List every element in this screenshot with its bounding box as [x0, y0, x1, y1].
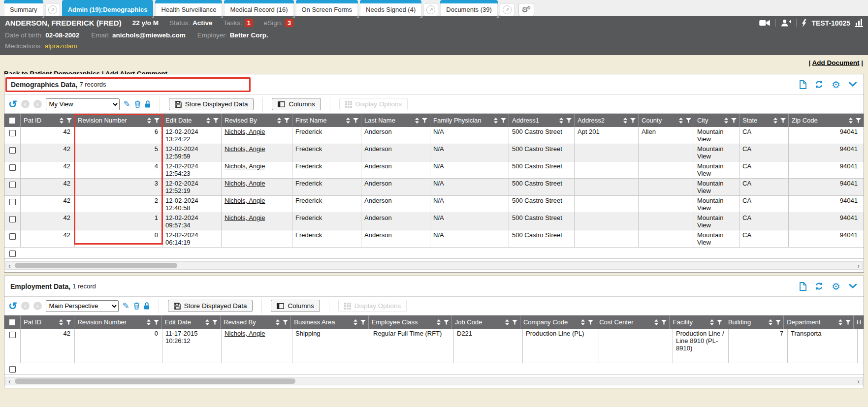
revised-by-link[interactable]: Nichols, Angie: [225, 330, 265, 337]
scroll-left-arrow[interactable]: ‹: [6, 378, 13, 385]
sort-icon[interactable]: [838, 319, 842, 325]
scroll-right-arrow[interactable]: ›: [855, 378, 862, 385]
lock-view-icon[interactable]: [144, 302, 150, 310]
filter-funnel-icon[interactable]: [353, 118, 358, 123]
filter-funnel-icon[interactable]: [856, 118, 861, 123]
row-checkbox[interactable]: [9, 199, 16, 205]
sort-icon[interactable]: [346, 118, 350, 124]
video-camera-icon[interactable]: [759, 19, 771, 27]
filter-funnel-icon[interactable]: [501, 118, 506, 123]
filter-funnel-icon[interactable]: [686, 118, 691, 123]
add-document-link[interactable]: Add Document: [812, 59, 859, 66]
sort-icon[interactable]: [710, 319, 714, 325]
filter-funnel-icon[interactable]: [66, 320, 71, 325]
documents-popout-button[interactable]: ↗: [500, 3, 514, 16]
filter-funnel-icon[interactable]: [661, 320, 667, 325]
next-view-button[interactable]: ›: [33, 100, 42, 108]
row-checkbox[interactable]: [9, 332, 16, 338]
sort-icon[interactable]: [59, 319, 63, 325]
column-header-zip-code[interactable]: Zip Code: [788, 114, 864, 127]
edit-view-pencil-icon[interactable]: ✎: [123, 301, 129, 311]
filter-funnel-icon[interactable]: [780, 118, 786, 123]
sort-icon[interactable]: [415, 118, 419, 124]
row-checkbox[interactable]: [9, 147, 16, 154]
column-header-county[interactable]: County: [638, 114, 694, 127]
tab-admin-demographics[interactable]: Admin (19):Demographics: [62, 0, 154, 16]
revised-by-link[interactable]: Nichols, Angie: [225, 162, 265, 170]
tab-summary[interactable]: Summary: [4, 0, 43, 16]
view-selector[interactable]: My View: [46, 98, 120, 110]
filter-funnel-icon[interactable]: [630, 118, 636, 123]
row-checkbox[interactable]: [9, 366, 16, 373]
scrollbar-thumb[interactable]: [15, 378, 295, 384]
sort-icon[interactable]: [654, 319, 658, 325]
scroll-right-arrow[interactable]: ›: [855, 262, 862, 269]
column-header-family-physician[interactable]: Family Physician: [430, 114, 509, 127]
filter-funnel-icon[interactable]: [284, 118, 289, 123]
columns-button[interactable]: Columns: [271, 300, 320, 312]
column-header-first-name[interactable]: First Name: [292, 114, 361, 127]
edit-view-pencil-icon[interactable]: ✎: [124, 99, 130, 109]
new-document-icon[interactable]: [800, 282, 806, 291]
tab-on-screen-forms[interactable]: On Screen Forms: [296, 0, 358, 16]
row-checkbox[interactable]: [9, 182, 16, 188]
refresh-icon[interactable]: [815, 80, 823, 89]
filter-funnel-icon[interactable]: [422, 118, 427, 123]
sort-icon[interactable]: [147, 319, 151, 325]
chevron-down-icon[interactable]: [849, 284, 857, 288]
sort-icon[interactable]: [437, 319, 441, 325]
scroll-left-arrow[interactable]: ‹: [6, 262, 13, 269]
revised-by-link[interactable]: Nichols, Angie: [225, 145, 265, 153]
column-header-revision-number[interactable]: Revision Number: [74, 114, 162, 127]
column-header-edit-date[interactable]: Edit Date: [162, 114, 221, 127]
undo-icon[interactable]: ↺: [8, 99, 17, 109]
needs-signed-popout-button[interactable]: ↗: [423, 3, 438, 16]
filter-funnel-icon[interactable]: [512, 320, 517, 325]
column-header-last-name[interactable]: Last Name: [361, 114, 430, 127]
sort-icon[interactable]: [206, 118, 210, 124]
gear-icon[interactable]: ⚙: [832, 80, 840, 89]
filter-funnel-icon[interactable]: [566, 118, 572, 123]
sort-icon[interactable]: [581, 319, 585, 325]
filter-funnel-icon[interactable]: [717, 320, 722, 325]
sort-icon[interactable]: [277, 118, 281, 124]
horizontal-scrollbar[interactable]: ‹ ›: [5, 261, 863, 270]
medications-value[interactable]: alprazolam: [45, 42, 77, 50]
next-view-button[interactable]: ›: [33, 302, 42, 310]
column-header-business-area[interactable]: Business Area: [290, 315, 368, 329]
column-header-cost-center[interactable]: Cost Center: [596, 315, 669, 329]
column-header-job-code[interactable]: Job Code: [451, 315, 520, 329]
sort-icon[interactable]: [276, 319, 280, 325]
lock-view-icon[interactable]: [145, 100, 151, 108]
column-header-pat-id[interactable]: Pat ID: [20, 315, 74, 329]
sort-icon[interactable]: [505, 319, 509, 325]
filter-funnel-icon[interactable]: [775, 320, 781, 325]
filter-funnel-icon[interactable]: [154, 320, 159, 325]
column-header-company-code[interactable]: Company Code: [520, 315, 596, 329]
filter-funnel-icon[interactable]: [154, 118, 160, 123]
add-person-icon[interactable]: [781, 19, 791, 27]
column-header-address2[interactable]: Address2: [574, 114, 638, 127]
columns-button[interactable]: Columns: [272, 98, 321, 110]
prev-view-button[interactable]: ‹: [21, 100, 30, 108]
select-all-checkbox[interactable]: [9, 118, 15, 124]
column-header-revised-by[interactable]: Revised By: [221, 114, 292, 127]
store-displayed-data-button[interactable]: Store Displayed Data: [168, 300, 253, 312]
tasks-count-badge[interactable]: 1: [245, 19, 253, 27]
row-checkbox[interactable]: [9, 250, 16, 257]
tab-medical-record[interactable]: Medical Record (16): [224, 0, 293, 16]
select-all-checkbox[interactable]: [9, 319, 15, 325]
tab-needs-signed[interactable]: Needs Signed (4): [360, 0, 421, 16]
revised-by-link[interactable]: Nichols, Angie: [225, 180, 265, 187]
column-header-pat-id[interactable]: Pat ID: [20, 114, 74, 127]
row-checkbox[interactable]: [9, 164, 16, 171]
filter-funnel-icon[interactable]: [588, 320, 593, 325]
store-displayed-data-button[interactable]: Store Displayed Data: [169, 98, 254, 110]
filter-funnel-icon[interactable]: [845, 320, 851, 325]
filter-funnel-icon[interactable]: [283, 320, 288, 325]
column-header-state[interactable]: State: [739, 114, 788, 127]
sort-icon[interactable]: [769, 319, 772, 325]
filter-funnel-icon[interactable]: [731, 118, 737, 123]
column-header-facility[interactable]: Facility: [669, 315, 724, 329]
tab-documents[interactable]: Documents (39): [440, 0, 497, 16]
